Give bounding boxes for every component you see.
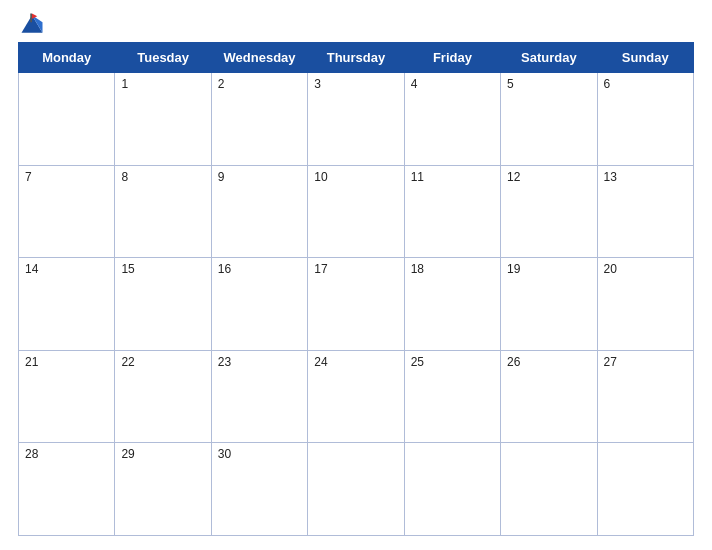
day-number: 21 bbox=[25, 355, 38, 369]
week-row-4: 21222324252627 bbox=[19, 350, 694, 443]
calendar-cell: 14 bbox=[19, 258, 115, 351]
weekday-header-friday: Friday bbox=[404, 43, 500, 73]
calendar-cell bbox=[404, 443, 500, 536]
svg-rect-3 bbox=[30, 14, 32, 23]
weekday-header-row: MondayTuesdayWednesdayThursdayFridaySatu… bbox=[19, 43, 694, 73]
weekday-header-tuesday: Tuesday bbox=[115, 43, 211, 73]
calendar-cell: 17 bbox=[308, 258, 404, 351]
calendar-cell: 26 bbox=[501, 350, 597, 443]
day-number: 29 bbox=[121, 447, 134, 461]
day-number: 13 bbox=[604, 170, 617, 184]
calendar-cell bbox=[19, 73, 115, 166]
calendar-cell: 6 bbox=[597, 73, 693, 166]
calendar-cell: 12 bbox=[501, 165, 597, 258]
calendar-cell: 10 bbox=[308, 165, 404, 258]
calendar-table: MondayTuesdayWednesdayThursdayFridaySatu… bbox=[18, 42, 694, 536]
calendar-cell: 16 bbox=[211, 258, 307, 351]
week-row-5: 282930 bbox=[19, 443, 694, 536]
day-number: 10 bbox=[314, 170, 327, 184]
logo bbox=[18, 10, 50, 38]
calendar-cell: 15 bbox=[115, 258, 211, 351]
calendar-cell: 8 bbox=[115, 165, 211, 258]
calendar-cell: 21 bbox=[19, 350, 115, 443]
calendar-cell: 4 bbox=[404, 73, 500, 166]
logo-icon bbox=[18, 10, 46, 38]
day-number: 16 bbox=[218, 262, 231, 276]
calendar-cell: 22 bbox=[115, 350, 211, 443]
calendar-cell: 18 bbox=[404, 258, 500, 351]
calendar-tbody: 1234567891011121314151617181920212223242… bbox=[19, 73, 694, 536]
calendar-cell: 27 bbox=[597, 350, 693, 443]
week-row-3: 14151617181920 bbox=[19, 258, 694, 351]
day-number: 11 bbox=[411, 170, 424, 184]
week-row-2: 78910111213 bbox=[19, 165, 694, 258]
day-number: 19 bbox=[507, 262, 520, 276]
weekday-header-thursday: Thursday bbox=[308, 43, 404, 73]
week-row-1: 123456 bbox=[19, 73, 694, 166]
calendar-cell bbox=[501, 443, 597, 536]
calendar-cell: 5 bbox=[501, 73, 597, 166]
calendar-cell: 3 bbox=[308, 73, 404, 166]
calendar-cell: 19 bbox=[501, 258, 597, 351]
day-number: 14 bbox=[25, 262, 38, 276]
calendar-cell: 9 bbox=[211, 165, 307, 258]
day-number: 4 bbox=[411, 77, 418, 91]
weekday-header-monday: Monday bbox=[19, 43, 115, 73]
calendar-cell: 1 bbox=[115, 73, 211, 166]
calendar-cell: 11 bbox=[404, 165, 500, 258]
day-number: 1 bbox=[121, 77, 128, 91]
day-number: 2 bbox=[218, 77, 225, 91]
day-number: 23 bbox=[218, 355, 231, 369]
calendar-cell: 20 bbox=[597, 258, 693, 351]
day-number: 25 bbox=[411, 355, 424, 369]
day-number: 26 bbox=[507, 355, 520, 369]
calendar-thead: MondayTuesdayWednesdayThursdayFridaySatu… bbox=[19, 43, 694, 73]
calendar-cell: 29 bbox=[115, 443, 211, 536]
calendar-cell: 23 bbox=[211, 350, 307, 443]
day-number: 22 bbox=[121, 355, 134, 369]
calendar-cell: 25 bbox=[404, 350, 500, 443]
calendar-cell: 7 bbox=[19, 165, 115, 258]
calendar-cell bbox=[308, 443, 404, 536]
calendar-cell: 28 bbox=[19, 443, 115, 536]
day-number: 6 bbox=[604, 77, 611, 91]
day-number: 9 bbox=[218, 170, 225, 184]
calendar-cell bbox=[597, 443, 693, 536]
day-number: 20 bbox=[604, 262, 617, 276]
day-number: 12 bbox=[507, 170, 520, 184]
calendar-cell: 30 bbox=[211, 443, 307, 536]
calendar-wrap: MondayTuesdayWednesdayThursdayFridaySatu… bbox=[18, 42, 694, 536]
day-number: 5 bbox=[507, 77, 514, 91]
day-number: 3 bbox=[314, 77, 321, 91]
weekday-header-sunday: Sunday bbox=[597, 43, 693, 73]
day-number: 7 bbox=[25, 170, 32, 184]
day-number: 30 bbox=[218, 447, 231, 461]
day-number: 17 bbox=[314, 262, 327, 276]
day-number: 8 bbox=[121, 170, 128, 184]
day-number: 15 bbox=[121, 262, 134, 276]
day-number: 24 bbox=[314, 355, 327, 369]
day-number: 28 bbox=[25, 447, 38, 461]
day-number: 27 bbox=[604, 355, 617, 369]
calendar-header bbox=[18, 10, 694, 38]
weekday-header-wednesday: Wednesday bbox=[211, 43, 307, 73]
calendar-cell: 13 bbox=[597, 165, 693, 258]
calendar-cell: 24 bbox=[308, 350, 404, 443]
weekday-header-saturday: Saturday bbox=[501, 43, 597, 73]
day-number: 18 bbox=[411, 262, 424, 276]
calendar-cell: 2 bbox=[211, 73, 307, 166]
